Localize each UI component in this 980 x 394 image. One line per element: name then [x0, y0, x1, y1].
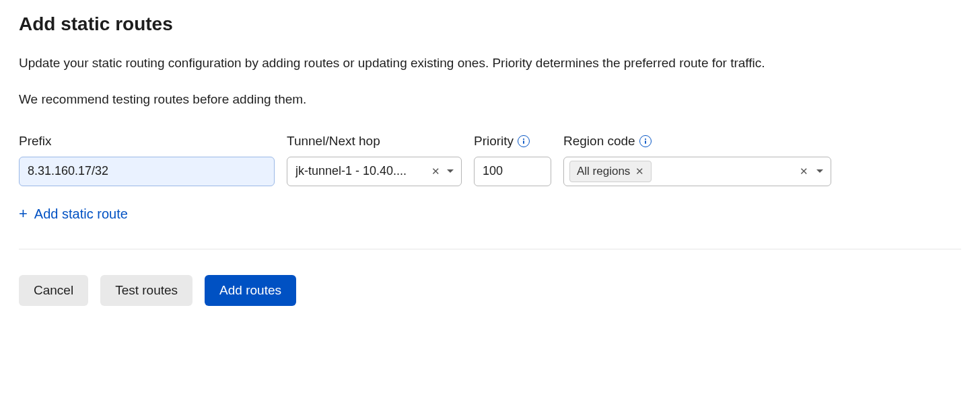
info-icon[interactable]	[639, 135, 652, 147]
field-region: Region code All regions ✕ ✕	[563, 134, 831, 186]
priority-input[interactable]	[474, 157, 551, 186]
region-clear-icon[interactable]: ✕	[798, 166, 810, 176]
chevron-down-icon	[446, 169, 454, 174]
divider	[19, 249, 961, 249]
tunnel-label: Tunnel/Next hop	[287, 134, 462, 149]
prefix-label: Prefix	[19, 134, 275, 149]
svg-point-2	[645, 138, 646, 139]
info-icon[interactable]	[518, 135, 530, 147]
chevron-down-icon	[816, 169, 824, 174]
page-recommendation: We recommend testing routes before addin…	[19, 92, 961, 107]
region-label: Region code	[563, 134, 831, 149]
add-static-route-link[interactable]: + Add static route	[19, 206, 128, 222]
tunnel-select[interactable]: jk-tunnel-1 - 10.40.... ✕	[287, 157, 462, 186]
test-routes-button[interactable]: Test routes	[100, 275, 193, 306]
field-prefix: Prefix	[19, 134, 275, 186]
cancel-button[interactable]: Cancel	[19, 275, 88, 306]
page-description: Update your static routing configuration…	[19, 54, 961, 73]
route-form-row: Prefix Tunnel/Next hop jk-tunnel-1 - 10.…	[19, 134, 961, 186]
region-chip-label: All regions	[577, 165, 630, 178]
priority-label: Priority	[474, 134, 551, 149]
prefix-input[interactable]	[19, 157, 275, 186]
svg-rect-1	[523, 141, 524, 144]
page-title: Add static routes	[19, 13, 961, 35]
region-label-text: Region code	[563, 134, 635, 149]
add-static-route-label: Add static route	[34, 206, 128, 222]
svg-point-0	[523, 138, 524, 139]
region-chip-remove-icon[interactable]: ✕	[635, 166, 644, 176]
action-bar: Cancel Test routes Add routes	[19, 275, 961, 306]
region-chip: All regions ✕	[569, 161, 652, 182]
tunnel-select-value: jk-tunnel-1 - 10.40....	[295, 164, 425, 178]
svg-rect-3	[645, 141, 646, 144]
field-priority: Priority	[474, 134, 551, 186]
tunnel-clear-icon[interactable]: ✕	[429, 166, 442, 176]
add-routes-button[interactable]: Add routes	[205, 275, 296, 306]
region-select[interactable]: All regions ✕ ✕	[563, 157, 831, 186]
plus-icon: +	[19, 206, 28, 221]
priority-label-text: Priority	[474, 134, 514, 149]
field-tunnel: Tunnel/Next hop jk-tunnel-1 - 10.40.... …	[287, 134, 462, 186]
